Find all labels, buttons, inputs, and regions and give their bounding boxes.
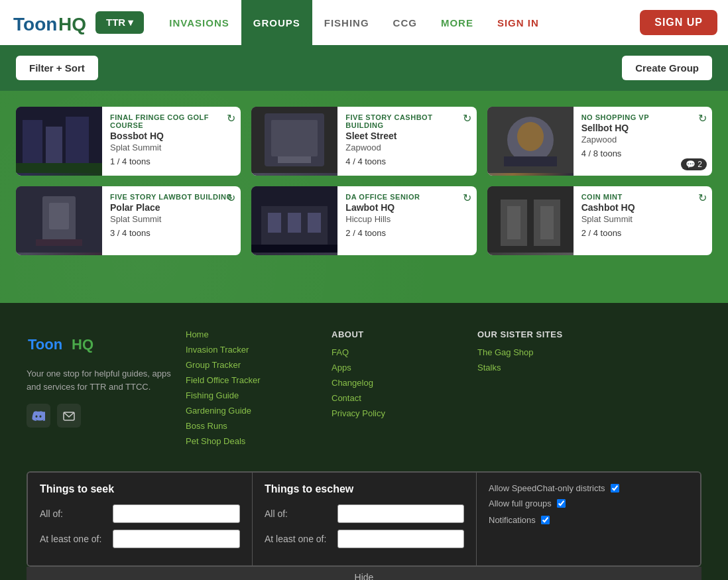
auth-buttons: SIGN UP bbox=[640, 10, 717, 35]
seek-atleast-input[interactable] bbox=[113, 530, 240, 548]
svg-rect-23 bbox=[308, 213, 321, 233]
card-title-2: FIVE STORY CASHBOT BUILDING bbox=[345, 113, 468, 129]
card-title-1: FINAL FRINGE COG GOLF COURSE bbox=[110, 113, 233, 129]
card-thumbnail-2 bbox=[251, 107, 337, 176]
group-card-2[interactable]: FIVE STORY CASHBOT BUILDING Sleet Street… bbox=[251, 107, 476, 176]
nav-signin[interactable]: SIGN IN bbox=[485, 0, 551, 45]
card-toons-6: 2 / 4 toons bbox=[581, 228, 704, 238]
footer-link-changelog[interactable]: Changelog bbox=[332, 378, 464, 388]
svg-rect-3 bbox=[23, 120, 42, 166]
fullgroups-checkbox[interactable] bbox=[557, 499, 566, 508]
group-card-3[interactable]: NO SHOPPING VP Sellbot HQ Zapwood 4 / 8 … bbox=[487, 107, 712, 176]
svg-rect-24 bbox=[251, 245, 337, 253]
eschew-all-label: All of: bbox=[265, 508, 331, 519]
filter-options-panel: Allow SpeedChat-only districts Allow ful… bbox=[476, 473, 700, 565]
footer-desc: Your one stop for helpful guides, apps a… bbox=[27, 367, 172, 393]
svg-rect-18 bbox=[36, 239, 82, 246]
footer-sister-title: OUR SISTER SITES bbox=[477, 329, 623, 339]
footer-link-petshop[interactable]: Pet Shop Deals bbox=[186, 436, 318, 446]
card-title-5: DA OFFICE SENIOR bbox=[345, 193, 468, 201]
svg-text:HQ: HQ bbox=[72, 336, 93, 353]
refresh-icon-6[interactable]: ↻ bbox=[698, 192, 707, 204]
chat-badge-3: 💬 2 bbox=[681, 158, 707, 170]
card-location2-4: Splat Summit bbox=[110, 214, 233, 224]
svg-text:HQ: HQ bbox=[58, 14, 86, 34]
refresh-icon-4[interactable]: ↻ bbox=[227, 192, 235, 204]
nav-ccg[interactable]: CCG bbox=[381, 0, 429, 45]
refresh-icon-3[interactable]: ↻ bbox=[698, 112, 707, 125]
footer-col-links: Home Invasion Tracker Group Tracker Fiel… bbox=[186, 329, 318, 451]
eschew-atleast-input[interactable] bbox=[337, 530, 464, 548]
svg-rect-14 bbox=[504, 156, 557, 166]
card-location1-1: Bossbot HQ bbox=[110, 131, 233, 141]
card-content-2: FIVE STORY CASHBOT BUILDING Sleet Street… bbox=[337, 107, 476, 176]
logo[interactable]: Toon HQ bbox=[11, 5, 90, 40]
card-toons-4: 3 / 4 toons bbox=[110, 228, 233, 238]
group-card-5[interactable]: DA OFFICE SENIOR Lawbot HQ Hiccup Hills … bbox=[251, 186, 476, 255]
nav-groups[interactable]: GROUPS bbox=[241, 0, 312, 45]
hide-button[interactable]: Hide bbox=[27, 567, 701, 580]
seek-all-input[interactable] bbox=[113, 504, 240, 523]
footer-link-home[interactable]: Home bbox=[186, 329, 318, 339]
eschew-all-input[interactable] bbox=[337, 504, 464, 523]
email-icon[interactable] bbox=[57, 404, 81, 428]
card-title-6: COIN MINT bbox=[581, 193, 704, 201]
svg-rect-28 bbox=[507, 206, 520, 239]
footer-col-about: ABOUT FAQ Apps Changelog Contact Privacy… bbox=[332, 329, 464, 451]
seek-all-row: All of: bbox=[40, 504, 240, 523]
group-card-4[interactable]: FIVE STORY LAWBOT BUILDING Polar Place S… bbox=[16, 186, 241, 255]
footer-link-gagshop[interactable]: The Gag Shop bbox=[477, 347, 623, 357]
footer-link-privacy[interactable]: Privacy Policy bbox=[332, 408, 464, 418]
main-content: FINAL FRINGE COG GOLF COURSE Bossbot HQ … bbox=[0, 91, 728, 303]
fullgroups-row: Allow full groups bbox=[489, 498, 688, 508]
speedchat-checkbox[interactable] bbox=[611, 484, 619, 493]
card-location1-4: Polar Place bbox=[110, 202, 233, 213]
footer-link-bossruns[interactable]: Boss Runs bbox=[186, 421, 318, 431]
discord-icon[interactable] bbox=[27, 404, 50, 428]
card-thumbnail-6 bbox=[487, 186, 574, 255]
group-card-6[interactable]: COIN MINT Cashbot HQ Splat Summit 2 / 4 … bbox=[487, 186, 712, 255]
card-thumbnail-1 bbox=[16, 107, 102, 176]
svg-rect-9 bbox=[271, 120, 318, 156]
create-group-button[interactable]: Create Group bbox=[622, 56, 712, 80]
signup-button[interactable]: SIGN UP bbox=[640, 10, 717, 35]
card-toons-2: 4 / 4 toons bbox=[345, 156, 468, 166]
refresh-icon-5[interactable]: ↻ bbox=[463, 192, 471, 204]
nav-fishing[interactable]: FISHING bbox=[312, 0, 381, 45]
filter-panel: Things to seek All of: At least one of: … bbox=[27, 471, 701, 567]
footer-link-gardening[interactable]: Gardening Guide bbox=[186, 406, 318, 416]
filter-panel-grid: Things to seek All of: At least one of: … bbox=[28, 473, 700, 565]
seek-all-label: All of: bbox=[40, 508, 106, 519]
seek-title: Things to seek bbox=[40, 483, 240, 495]
nav-invasions[interactable]: INVASIONS bbox=[157, 0, 241, 45]
footer-link-contact[interactable]: Contact bbox=[332, 393, 464, 403]
refresh-icon-1[interactable]: ↻ bbox=[227, 112, 235, 125]
notifications-checkbox[interactable] bbox=[541, 516, 550, 524]
nav-more[interactable]: MORE bbox=[429, 0, 485, 45]
speedchat-row: Allow SpeedChat-only districts bbox=[489, 483, 688, 493]
footer-link-invasion[interactable]: Invasion Tracker bbox=[186, 345, 318, 355]
svg-text:Toon: Toon bbox=[13, 14, 57, 34]
footer-link-stalks[interactable]: Stalks bbox=[477, 363, 623, 373]
footer-link-apps[interactable]: Apps bbox=[332, 363, 464, 373]
card-location2-3: Zapwood bbox=[581, 135, 704, 145]
card-title-4: FIVE STORY LAWBOT BUILDING bbox=[110, 193, 233, 201]
footer: Toon HQ Your one stop for helpful guides… bbox=[0, 303, 728, 580]
footer-link-faq[interactable]: FAQ bbox=[332, 347, 464, 357]
ttr-dropdown-button[interactable]: TTR ▾ bbox=[95, 11, 144, 34]
header: Toon HQ TTR ▾ INVASIONS GROUPS FISHING C… bbox=[0, 0, 728, 45]
footer-col-sister: OUR SISTER SITES The Gag Shop Stalks bbox=[477, 329, 623, 451]
seek-atleast-label: At least one of: bbox=[40, 534, 106, 544]
group-card-1[interactable]: FINAL FRINGE COG GOLF COURSE Bossbot HQ … bbox=[16, 107, 241, 176]
fullgroups-label: Allow full groups bbox=[489, 498, 552, 508]
card-thumbnail-4 bbox=[16, 186, 102, 255]
footer-link-fieldoffice[interactable]: Field Office Tracker bbox=[186, 375, 318, 385]
svg-point-13 bbox=[517, 122, 544, 151]
footer-link-fishing[interactable]: Fishing Guide bbox=[186, 390, 318, 400]
footer-link-group[interactable]: Group Tracker bbox=[186, 360, 318, 370]
refresh-icon-2[interactable]: ↻ bbox=[463, 112, 471, 125]
filter-sort-button[interactable]: Filter + Sort bbox=[16, 56, 98, 80]
card-toons-5: 2 / 4 toons bbox=[345, 228, 468, 238]
card-content-5: DA OFFICE SENIOR Lawbot HQ Hiccup Hills … bbox=[337, 186, 476, 255]
filter-bar: Filter + Sort Create Group bbox=[0, 45, 728, 91]
